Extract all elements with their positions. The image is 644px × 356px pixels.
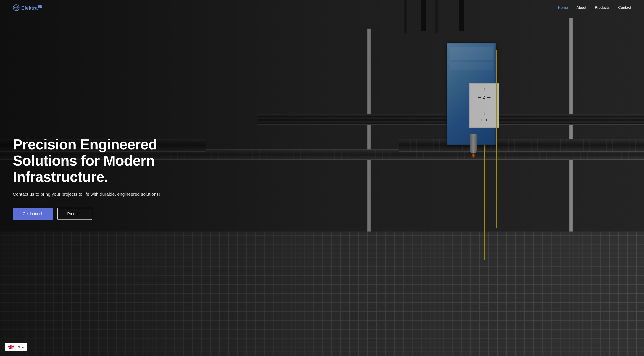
navbar: Elektra95 Home About Products Contact — [0, 0, 644, 15]
nav-link-about[interactable]: About — [576, 5, 586, 9]
nav-item-home[interactable]: Home — [558, 5, 568, 10]
products-button[interactable]: Products — [58, 208, 92, 220]
hero-section: ↑ ← Z → ↓ ++ −− — [0, 0, 644, 356]
get-in-touch-button[interactable]: Get in touch — [13, 208, 53, 220]
nav-link-contact[interactable]: Contact — [618, 5, 631, 9]
hero-content: Precision Engineered Solutions for Moder… — [13, 136, 175, 220]
logo-name: Elektra — [21, 5, 38, 11]
logo-link[interactable]: Elektra95 — [13, 4, 42, 11]
language-selector[interactable]: EN ▲ — [5, 343, 27, 351]
logo-sup: 95 — [38, 4, 42, 9]
flag-icon — [8, 345, 14, 349]
flag-vertical-bar — [10, 345, 12, 349]
chevron-up-icon: ▲ — [22, 346, 24, 348]
nav-link-products[interactable]: Products — [595, 5, 610, 9]
nav-link-home[interactable]: Home — [558, 5, 568, 9]
nav-item-about[interactable]: About — [576, 5, 586, 10]
hero-buttons: Get in touch Products — [13, 208, 175, 220]
hero-subtitle: Contact us to bring your projects to lif… — [13, 191, 175, 198]
language-code: EN — [16, 345, 20, 349]
logo-text: Elektra95 — [21, 4, 42, 11]
nav-item-products[interactable]: Products — [595, 5, 610, 10]
hero-title: Precision Engineered Solutions for Moder… — [13, 136, 175, 185]
nav-menu: Home About Products Contact — [558, 5, 631, 10]
logo-icon — [13, 4, 20, 11]
nav-item-contact[interactable]: Contact — [618, 5, 631, 10]
